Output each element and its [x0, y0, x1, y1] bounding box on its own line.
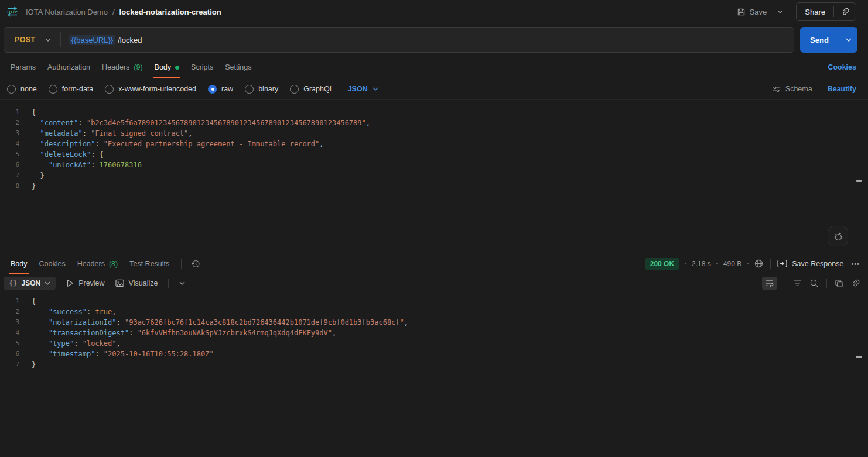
scrollbar-thumb[interactable]: [856, 356, 862, 358]
line-number: 5: [0, 149, 26, 160]
response-body-code: 1{2 "success": true,3 "notarizationId": …: [0, 296, 868, 370]
headers-count: (9): [134, 63, 142, 71]
request-body-editor[interactable]: 1{2 "content": "b2c3d4e5f6a7890123456789…: [0, 99, 868, 253]
tab-settings[interactable]: Settings: [219, 56, 257, 78]
response-tab-headers[interactable]: Headers(8): [71, 253, 124, 274]
code-text: "transactionDigest": "6kfvVHfhn3ouNAkSpV…: [32, 328, 336, 338]
line-number: 7: [0, 170, 26, 181]
body-type-raw[interactable]: raw: [208, 85, 233, 94]
line-number: 1: [0, 107, 26, 118]
method-chevron-icon: [45, 38, 51, 42]
body-modified-dot: [175, 66, 179, 70]
tab-body[interactable]: Body: [149, 56, 186, 78]
copy-link-icon[interactable]: [834, 8, 856, 16]
schema-button[interactable]: Schema: [772, 85, 812, 93]
indent-guide: [33, 338, 33, 349]
code-line: 3 "notarizationId": "93ac7626fbc76f1c14c…: [0, 317, 868, 328]
image-icon: [115, 279, 124, 287]
tab-params-label: Params: [11, 63, 36, 71]
save-options-chevron-icon[interactable]: [775, 8, 785, 16]
save-button[interactable]: Save: [737, 8, 767, 16]
response-tab-cookies-label: Cookies: [39, 260, 66, 268]
meta-dot: [747, 263, 749, 264]
code-text: "metadata": "Final signed contract",: [32, 128, 193, 139]
body-type-row-actions: Schema Beautify: [772, 85, 861, 93]
network-globe-icon[interactable]: [754, 259, 764, 269]
link-icon[interactable]: [851, 279, 860, 288]
code-line: 6 "timestamp": "2025-10-16T10:55:28.180Z…: [0, 349, 868, 359]
tab-headers[interactable]: Headers(9): [96, 56, 149, 78]
response-format-label: JSON: [21, 279, 40, 287]
body-type-urlencoded[interactable]: x-www-form-urlencoded: [105, 85, 196, 94]
response-size[interactable]: 490 B: [723, 260, 741, 268]
code-text: "success": true,: [32, 307, 117, 317]
search-icon[interactable]: [809, 279, 819, 288]
response-tab-body[interactable]: Body: [5, 253, 33, 274]
code-line: 7 }: [0, 170, 868, 181]
body-type-binary[interactable]: binary: [245, 85, 278, 94]
response-history-icon[interactable]: [187, 253, 204, 274]
beautify-button[interactable]: Beautify: [828, 85, 856, 93]
send-options-chevron-icon[interactable]: [839, 27, 857, 53]
wrap-text-button[interactable]: [762, 277, 777, 290]
response-format-chevron-icon: [45, 281, 50, 285]
breadcrumb-request-name[interactable]: locked-notarization-creation: [119, 8, 221, 16]
send-button[interactable]: Send: [800, 27, 839, 53]
radio-icon: [290, 85, 299, 94]
visualize-button[interactable]: Visualize: [115, 279, 158, 287]
save-response-button[interactable]: Save Response: [777, 259, 843, 268]
radio-icon: [7, 85, 16, 94]
response-tab-body-label: Body: [11, 260, 28, 268]
response-more-options-icon[interactable]: •••: [851, 260, 860, 267]
line-number: 7: [0, 359, 26, 370]
radio-icon: [49, 85, 57, 94]
body-type-form-data-label: form-data: [62, 85, 94, 93]
url-input[interactable]: {{baseURL}} /locked: [69, 35, 142, 45]
response-body-editor[interactable]: 1{2 "success": true,3 "notarizationId": …: [0, 293, 868, 457]
code-text: }: [32, 170, 45, 181]
line-number: 6: [0, 349, 26, 359]
response-tab-test-results[interactable]: Test Results: [124, 253, 175, 274]
body-type-graphql[interactable]: GraphQL: [290, 85, 333, 94]
cookies-link[interactable]: Cookies: [828, 56, 856, 78]
response-toolbar: {} JSON Preview Visualize: [0, 274, 868, 293]
raw-format-selector[interactable]: JSON: [348, 85, 378, 93]
status-badge[interactable]: 200 OK: [645, 258, 679, 270]
postbot-ai-button[interactable]: [828, 226, 848, 246]
filter-icon[interactable]: [793, 280, 802, 287]
indent-guide: [33, 170, 33, 181]
response-tab-cookies[interactable]: Cookies: [33, 253, 71, 274]
body-type-form-data[interactable]: form-data: [49, 85, 94, 94]
play-icon: [66, 279, 74, 287]
toolbar-divider: [785, 279, 785, 288]
body-type-none[interactable]: none: [7, 85, 37, 94]
indent-guide: [33, 317, 33, 328]
tab-scripts[interactable]: Scripts: [185, 56, 219, 78]
header-bar: HTTP IOTA Notarization Demo / locked-not…: [0, 0, 868, 23]
share-button[interactable]: Share: [797, 8, 833, 16]
scrollbar-thumb[interactable]: [856, 180, 862, 182]
indent-guide: [33, 139, 33, 149]
breadcrumb-collection[interactable]: IOTA Notarization Demo: [26, 8, 108, 16]
tab-params[interactable]: Params: [5, 56, 42, 78]
code-text: "deleteLock": {: [32, 149, 104, 160]
svg-text:HTTP: HTTP: [8, 10, 18, 14]
toolbar-more-chevron-icon[interactable]: [179, 281, 185, 285]
radio-icon: [105, 85, 114, 94]
code-line: 5 "type": "locked",: [0, 338, 868, 349]
copy-icon[interactable]: [835, 279, 843, 288]
request-editor-scrollbar[interactable]: [855, 100, 863, 253]
save-icon: [737, 8, 746, 16]
response-time[interactable]: 2.18 s: [692, 260, 711, 268]
response-editor-scrollbar[interactable]: [855, 293, 863, 457]
response-format-selector[interactable]: {} JSON: [4, 277, 56, 290]
response-meta: 200 OK 2.18 s 490 B Save Response •••: [645, 253, 860, 274]
method-selector[interactable]: POST: [4, 36, 60, 44]
line-number: 2: [0, 307, 26, 317]
preview-button[interactable]: Preview: [66, 279, 104, 287]
code-text: "unlockAt": 1760678316: [32, 160, 142, 170]
radio-selected-icon: [208, 85, 217, 94]
code-line: 1{: [0, 107, 868, 118]
toolbar-divider: [168, 279, 169, 288]
tab-authorization[interactable]: Authorization: [42, 56, 96, 78]
